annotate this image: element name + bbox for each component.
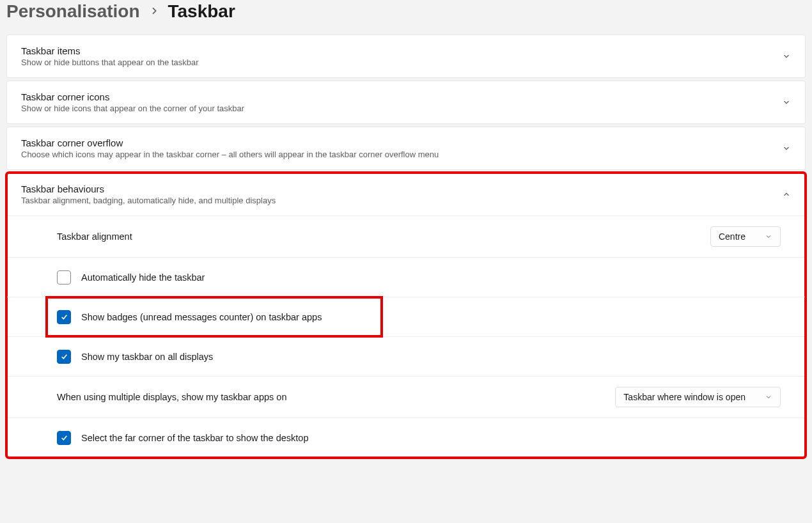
section-subtitle: Taskbar alignment, badging, automaticall… <box>21 196 276 205</box>
chevron-down-icon <box>782 98 791 107</box>
row-label: Taskbar alignment <box>57 231 132 242</box>
section-header-taskbar-behaviours[interactable]: Taskbar behaviours Taskbar alignment, ba… <box>7 173 805 215</box>
row-label: Automatically hide the taskbar <box>81 272 205 283</box>
check-icon <box>60 433 68 442</box>
section-header-corner-icons[interactable]: Taskbar corner icons Show or hide icons … <box>7 81 805 123</box>
auto-hide-checkbox[interactable] <box>57 270 71 285</box>
behaviours-list: Taskbar alignment Centre Automatically h… <box>7 215 805 457</box>
row-taskbar-alignment: Taskbar alignment Centre <box>7 216 805 257</box>
check-icon <box>60 313 68 321</box>
row-label: Show my taskbar on all displays <box>81 352 213 362</box>
multi-display-value: Taskbar where window is open <box>623 392 746 402</box>
multi-display-select[interactable]: Taskbar where window is open <box>615 387 781 407</box>
far-corner-checkbox[interactable] <box>57 431 71 445</box>
section-header-corner-overflow[interactable]: Taskbar corner overflow Choose which ico… <box>7 127 805 169</box>
chevron-right-icon <box>149 4 159 19</box>
row-label: When using multiple displays, show my ta… <box>57 392 286 402</box>
section-title: Taskbar behaviours <box>21 183 276 194</box>
row-label: Show badges (unread messages counter) on… <box>81 312 322 322</box>
row-multi-display: When using multiple displays, show my ta… <box>7 376 805 418</box>
section-subtitle: Show or hide icons that appear on the co… <box>21 104 244 113</box>
chevron-up-icon <box>782 190 791 199</box>
row-show-badges: Show badges (unread messages counter) on… <box>7 297 805 336</box>
section-corner-icons: Taskbar corner icons Show or hide icons … <box>6 81 806 124</box>
all-displays-checkbox[interactable] <box>57 350 71 364</box>
breadcrumb-current: Taskbar <box>168 1 235 22</box>
row-all-displays: Show my taskbar on all displays <box>7 336 805 376</box>
chevron-down-icon <box>765 233 772 240</box>
section-taskbar-items: Taskbar items Show or hide buttons that … <box>6 35 806 78</box>
section-title: Taskbar items <box>21 45 199 56</box>
row-far-corner: Select the far corner of the taskbar to … <box>7 418 805 457</box>
row-auto-hide: Automatically hide the taskbar <box>7 257 805 297</box>
row-label: Select the far corner of the taskbar to … <box>81 433 308 443</box>
check-icon <box>60 352 68 361</box>
section-taskbar-behaviours: Taskbar behaviours Taskbar alignment, ba… <box>6 173 806 458</box>
section-title: Taskbar corner overflow <box>21 137 439 148</box>
chevron-down-icon <box>782 52 791 61</box>
section-subtitle: Show or hide buttons that appear on the … <box>21 58 199 67</box>
chevron-down-icon <box>782 144 791 153</box>
section-subtitle: Choose which icons may appear in the tas… <box>21 150 439 159</box>
show-badges-checkbox[interactable] <box>57 310 71 324</box>
alignment-select[interactable]: Centre <box>710 226 781 247</box>
section-corner-overflow: Taskbar corner overflow Choose which ico… <box>6 127 806 170</box>
chevron-down-icon <box>765 393 772 401</box>
section-header-taskbar-items[interactable]: Taskbar items Show or hide buttons that … <box>7 35 805 77</box>
breadcrumb: Personalisation Taskbar <box>6 0 806 35</box>
breadcrumb-parent-link[interactable]: Personalisation <box>6 1 140 22</box>
section-title: Taskbar corner icons <box>21 91 244 102</box>
alignment-value: Centre <box>719 231 746 242</box>
